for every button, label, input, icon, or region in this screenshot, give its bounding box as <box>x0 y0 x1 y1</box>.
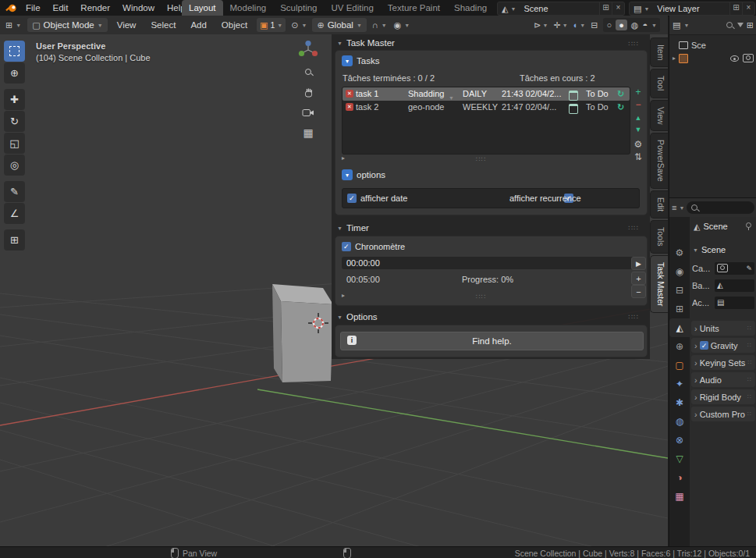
tab-texture-icon[interactable]: ▦ <box>669 487 690 506</box>
pin-icon[interactable] <box>744 222 753 231</box>
properties-search-input[interactable] <box>687 201 754 214</box>
tool-scale[interactable]: ◱ <box>4 133 25 154</box>
axis-gizmo[interactable] <box>297 39 319 61</box>
transform-orientation-dropdown[interactable]: ⊕ Global ▼ <box>312 18 366 32</box>
workspace-tab-animation[interactable]: Ani <box>494 0 495 16</box>
pan-gizmo[interactable] <box>300 84 316 100</box>
tab-view-layer-icon[interactable]: ⊞ <box>669 300 690 318</box>
sidebar-tab-tool[interactable]: Tool <box>650 69 668 98</box>
zoom-gizmo[interactable] <box>300 64 316 80</box>
tab-tool-icon[interactable]: ⚙ <box>669 243 690 262</box>
checkbox-chronometre[interactable] <box>342 242 351 251</box>
shading-rendered-button[interactable]: ◓ <box>642 21 648 30</box>
pivot-point-dropdown[interactable]: ⊙▼ <box>289 18 308 32</box>
task-category[interactable]: Shadding <box>408 87 445 101</box>
outliner-search-icon[interactable] <box>726 21 734 30</box>
menu-file[interactable]: File <box>20 0 47 16</box>
calendar-icon[interactable] <box>569 91 578 101</box>
task-refresh-icon[interactable]: ↻ <box>617 87 624 101</box>
outliner-row-cube[interactable]: ▸ <box>673 52 754 65</box>
tab-render-icon[interactable]: ◉ <box>669 262 690 281</box>
background-scene-field[interactable]: ◭ <box>715 279 754 292</box>
selectability-dropdown[interactable]: ⊳▼ <box>534 21 548 30</box>
remove-task-button[interactable]: − <box>631 98 645 110</box>
menu-view[interactable]: View <box>112 20 142 30</box>
shading-wireframe-button[interactable]: ○ <box>606 21 612 30</box>
task-name[interactable]: task 2 <box>356 101 378 114</box>
workspace-tab-texture-paint[interactable]: Texture Paint <box>381 0 447 16</box>
sidebar-tab-item[interactable]: Item <box>650 37 668 67</box>
find-help-button[interactable]: i Find help. <box>340 332 644 350</box>
elapsed-time-field[interactable]: 00:00:00 <box>342 257 638 269</box>
gizmos-dropdown[interactable]: ✛▼ <box>554 21 568 30</box>
task-name[interactable]: task 1 <box>356 87 378 101</box>
sidebar-tab-view[interactable]: View <box>650 100 668 132</box>
menu-edit[interactable]: Edit <box>47 0 75 16</box>
list-expand-icon[interactable]: ▸ <box>342 292 345 299</box>
move-task-down-button[interactable]: ▼ <box>631 124 645 136</box>
edit-icon[interactable]: ✎ <box>746 265 752 272</box>
camera-field[interactable]: ✎ <box>715 262 754 275</box>
task-recurrence[interactable]: DAILY <box>463 87 487 101</box>
mode-dropdown[interactable]: ▢ Object Mode ▼ <box>27 18 108 32</box>
add-task-button[interactable]: + <box>631 86 645 98</box>
panel-drag-grip[interactable]: ∷∷ <box>629 224 639 232</box>
new-scene-button[interactable]: ⊞ <box>599 2 612 15</box>
timer-duration[interactable]: 00:05:00 <box>346 275 380 284</box>
outliner-row-scene-collection[interactable]: Sce <box>673 38 754 52</box>
new-view-layer-button[interactable]: ⊞ <box>729 2 742 15</box>
list-resize-grip[interactable]: ∷∷ <box>476 155 486 163</box>
tool-add-cube[interactable]: ⊞ <box>4 229 25 251</box>
gravity-checkbox[interactable] <box>700 341 708 350</box>
tasks-subpanel-header[interactable]: ▾ Tasks <box>342 55 379 66</box>
tab-modifiers-icon[interactable]: ✦ <box>669 375 690 393</box>
tool-transform[interactable]: ◎ <box>4 155 25 176</box>
menu-window[interactable]: Window <box>116 0 161 16</box>
active-clip-field[interactable]: ▤ <box>715 297 754 309</box>
panel-drag-grip[interactable]: ∷∷ <box>629 313 639 321</box>
outliner-editor-icon[interactable]: ▤ <box>673 21 680 30</box>
xray-toggle[interactable]: ⊟ <box>591 21 598 30</box>
scene-selector[interactable]: ◭▼ Scene ⊞ × <box>497 2 625 16</box>
workspace-tab-uv-editing[interactable]: UV Editing <box>325 0 381 16</box>
properties-editor-icon[interactable]: ≡ <box>672 204 676 212</box>
shading-material-button[interactable]: ◍ <box>631 21 639 30</box>
sidebar-tab-edit[interactable]: Edit <box>650 190 668 219</box>
tool-measure[interactable]: ∠ <box>4 203 25 224</box>
calendar-icon[interactable] <box>569 104 578 114</box>
panel-units[interactable]: ›Units∷ <box>691 321 755 336</box>
tool-rotate[interactable]: ↻ <box>4 111 25 132</box>
menu-select[interactable]: Select <box>145 20 181 30</box>
workspace-tab-sculpting[interactable]: Sculpting <box>273 0 324 16</box>
timer-plus-button[interactable]: + <box>631 272 646 285</box>
tool-move[interactable]: ✚ <box>4 89 25 110</box>
menu-render[interactable]: Render <box>74 0 116 16</box>
panel-drag-grip[interactable]: ∷∷ <box>629 40 639 48</box>
menu-object[interactable]: Object <box>216 20 253 30</box>
move-task-up-button[interactable]: ▲ <box>631 112 645 124</box>
shading-dropdown-icon[interactable]: ▼ <box>651 23 657 28</box>
snap-toggle[interactable]: ∩▼ <box>371 18 389 32</box>
menu-add[interactable]: Add <box>185 20 211 30</box>
ortho-toggle-gizmo[interactable]: ▦ <box>300 125 316 140</box>
task-row-1[interactable]: ✕ task 1 Shadding ▼ DAILY 21:43 02/04/2.… <box>343 87 630 101</box>
options-subpanel-header[interactable]: ▾ options <box>342 169 385 180</box>
timer-panel-header[interactable]: ▼ Timer <box>337 223 369 233</box>
task-master-panel-header[interactable]: ▼ Task Master <box>337 38 395 48</box>
workspace-tab-layout[interactable]: Layout <box>182 0 223 16</box>
tab-world-icon[interactable]: ⊕ <box>669 337 690 356</box>
tab-constraints-icon[interactable]: ⊗ <box>669 431 690 450</box>
3d-viewport[interactable]: User Perspective (104) Scene Collection … <box>0 34 668 546</box>
tab-object-data-icon[interactable]: ▽ <box>669 450 690 468</box>
disable-in-render-camera-icon[interactable] <box>743 54 754 62</box>
sidebar-tab-task-master[interactable]: Task Master <box>650 255 668 314</box>
editor-type-button[interactable]: ⊞▼ <box>3 18 23 32</box>
checkbox-afficher-date[interactable] <box>347 194 357 203</box>
timer-resize-grip[interactable]: ∷∷ <box>476 293 486 300</box>
tool-select-box[interactable] <box>4 41 25 62</box>
scene-section-header[interactable]: ▼ Scene <box>690 242 756 258</box>
blender-logo-icon[interactable] <box>5 2 17 14</box>
sidebar-tab-tools[interactable]: Tools <box>650 220 668 254</box>
tab-scene-icon[interactable]: ◭ <box>669 318 690 337</box>
tool-annotate[interactable]: ✎ <box>4 181 25 202</box>
